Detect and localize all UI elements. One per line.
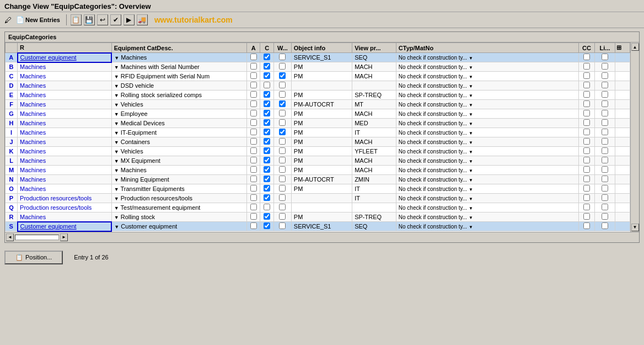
cell-a[interactable] [246, 147, 260, 156]
scroll-up-button[interactable]: ▲ [631, 43, 639, 51]
cell-w[interactable] [273, 62, 291, 72]
cell-a[interactable] [246, 91, 260, 100]
activate-button[interactable]: ▶ [124, 14, 135, 25]
cell-li[interactable] [595, 109, 615, 119]
cell-li[interactable] [595, 175, 615, 184]
cell-w[interactable] [273, 53, 291, 62]
cell-a[interactable] [246, 222, 260, 231]
cell-w[interactable] [273, 194, 291, 203]
cell-c[interactable] [260, 91, 274, 100]
cell-c[interactable] [260, 100, 274, 109]
cell-w[interactable] [273, 137, 291, 147]
cell-c[interactable] [260, 184, 274, 194]
cell-c[interactable] [260, 119, 274, 128]
cell-c[interactable] [260, 213, 274, 222]
cell-li[interactable] [595, 166, 615, 175]
cell-li[interactable] [595, 184, 615, 194]
cell-cc[interactable] [578, 72, 594, 81]
cell-cc[interactable] [578, 175, 594, 184]
cell-c[interactable] [260, 53, 274, 62]
cell-a[interactable] [246, 166, 260, 175]
new-entries-button[interactable]: 📄 New Entries [14, 15, 62, 25]
cell-li[interactable] [595, 156, 615, 166]
cell-c[interactable] [260, 194, 274, 203]
copy-button[interactable]: 📋 [71, 14, 82, 25]
hscroll-right-button[interactable]: ► [60, 233, 68, 241]
cell-w[interactable] [273, 175, 291, 184]
cell-c[interactable] [260, 175, 274, 184]
cell-w[interactable] [273, 81, 291, 91]
cell-cc[interactable] [578, 137, 594, 147]
cell-c[interactable] [260, 147, 274, 156]
cell-li[interactable] [595, 53, 615, 62]
cell-a[interactable] [246, 109, 260, 119]
cell-c[interactable] [260, 62, 274, 72]
cell-w[interactable] [273, 184, 291, 194]
cell-c[interactable] [260, 109, 274, 119]
cell-li[interactable] [595, 91, 615, 100]
cell-a[interactable] [246, 100, 260, 109]
cell-c[interactable] [260, 203, 274, 213]
cell-w[interactable] [273, 91, 291, 100]
cell-a[interactable] [246, 156, 260, 166]
cell-c[interactable] [260, 137, 274, 147]
cell-c[interactable] [260, 128, 274, 137]
cell-li[interactable] [595, 119, 615, 128]
cell-w[interactable] [273, 213, 291, 222]
check-button[interactable]: ✔ [110, 14, 121, 25]
cell-c[interactable] [260, 81, 274, 91]
scroll-down-button[interactable]: ▼ [631, 224, 639, 231]
cell-a[interactable] [246, 53, 260, 62]
cell-cc[interactable] [578, 91, 594, 100]
cell-a[interactable] [246, 184, 260, 194]
cell-w[interactable] [273, 72, 291, 81]
cell-cc[interactable] [578, 62, 594, 72]
hscroll-left-button[interactable]: ◄ [6, 233, 14, 241]
transport-button[interactable]: 🚚 [137, 14, 148, 25]
cell-a[interactable] [246, 128, 260, 137]
cell-a[interactable] [246, 72, 260, 81]
cell-cc[interactable] [578, 203, 594, 213]
cell-w[interactable] [273, 166, 291, 175]
cell-li[interactable] [595, 62, 615, 72]
cell-li[interactable] [595, 100, 615, 109]
cell-a[interactable] [246, 203, 260, 213]
cell-w[interactable] [273, 119, 291, 128]
cell-cc[interactable] [578, 128, 594, 137]
cell-cc[interactable] [578, 213, 594, 222]
cell-li[interactable] [595, 72, 615, 81]
cell-w[interactable] [273, 128, 291, 137]
cell-w[interactable] [273, 147, 291, 156]
cell-cc[interactable] [578, 81, 594, 91]
cell-c[interactable] [260, 156, 274, 166]
cell-a[interactable] [246, 119, 260, 128]
cell-w[interactable] [273, 222, 291, 231]
cell-li[interactable] [595, 137, 615, 147]
cell-w[interactable] [273, 203, 291, 213]
cell-a[interactable] [246, 137, 260, 147]
cell-li[interactable] [595, 203, 615, 213]
cell-cc[interactable] [578, 147, 594, 156]
cell-li[interactable] [595, 194, 615, 203]
cell-a[interactable] [246, 175, 260, 184]
cell-cc[interactable] [578, 109, 594, 119]
cell-cc[interactable] [578, 156, 594, 166]
cell-a[interactable] [246, 194, 260, 203]
cell-c[interactable] [260, 222, 274, 231]
cell-w[interactable] [273, 156, 291, 166]
cell-cc[interactable] [578, 119, 594, 128]
save-button[interactable]: 💾 [84, 14, 95, 25]
cell-cc[interactable] [578, 194, 594, 203]
cell-cc[interactable] [578, 166, 594, 175]
cell-c[interactable] [260, 72, 274, 81]
undo-button[interactable]: ↩ [97, 14, 108, 25]
cell-a[interactable] [246, 81, 260, 91]
cell-li[interactable] [595, 213, 615, 222]
position-button[interactable]: 📋 Position... [4, 251, 63, 264]
cell-li[interactable] [595, 81, 615, 91]
cell-c[interactable] [260, 166, 274, 175]
cell-li[interactable] [595, 147, 615, 156]
cell-a[interactable] [246, 213, 260, 222]
cell-w[interactable] [273, 109, 291, 119]
cell-w[interactable] [273, 100, 291, 109]
